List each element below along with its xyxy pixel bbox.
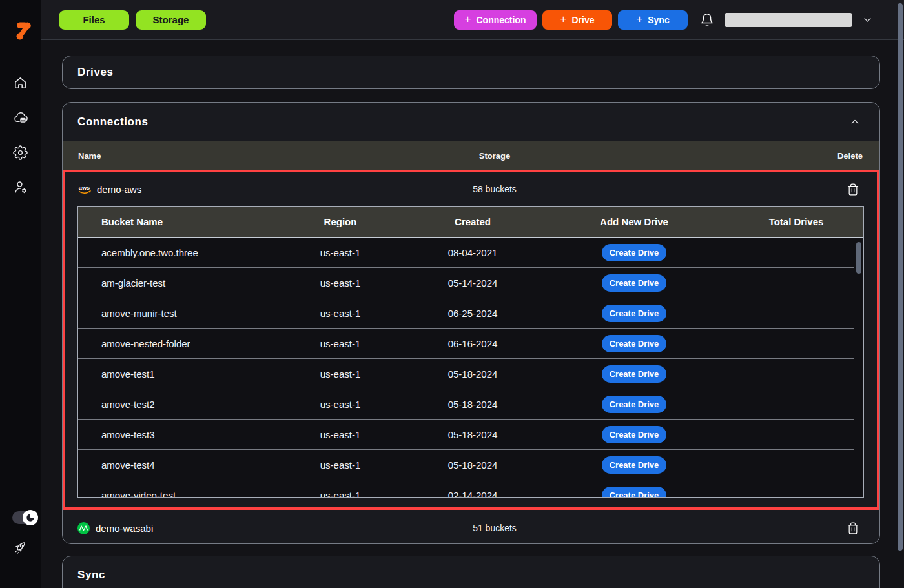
connections-panel: Connections Name Storage Delete aws [62,102,880,544]
bucket-created: 06-16-2024 [421,338,524,349]
bucket-created: 05-14-2024 [421,278,524,289]
bucket-row: amove-test2 us-east-1 05-18-2024 Create … [78,389,863,420]
create-drive-button[interactable]: Create Drive [602,244,666,261]
create-drive-button[interactable]: Create Drive [602,365,666,383]
buckets-table-header: Bucket Name Region Created Add New Drive… [78,207,863,238]
column-header-total-drives: Total Drives [744,216,864,227]
main-area: Files Storage +Connection +Drive +Sync D… [41,0,904,588]
bucket-name: am-glacier-test [78,278,260,289]
buckets-scrollbar-thumb[interactable] [856,242,861,274]
bucket-name: amove-test4 [78,460,260,471]
bucket-row: amove-test3 us-east-1 05-18-2024 Create … [78,420,863,450]
bucket-region: us-east-1 [260,399,421,410]
content: Drives Connections Name Storage Delete [41,40,904,588]
sidebar-nav [13,75,28,195]
topbar-right: +Connection +Drive +Sync [448,10,872,30]
bucket-row: am-glacier-test us-east-1 05-14-2024 Cre… [78,268,863,298]
connection-storage: 51 buckets [398,523,591,533]
plus-icon: + [465,13,471,26]
create-drive-button[interactable]: Create Drive [602,487,666,498]
files-button[interactable]: Files [59,10,129,30]
bucket-created: 05-18-2024 [421,369,524,380]
settings-gear-icon[interactable] [13,145,28,160]
aws-icon: aws [77,183,92,195]
bucket-name: amove-nested-folder [78,338,260,349]
cloud-storage-icon[interactable] [13,110,28,125]
drives-panel-title: Drives [77,66,114,79]
page-scrollbar-thumb[interactable] [898,3,903,551]
column-header-delete: Delete [591,151,879,161]
create-drive-button[interactable]: Create Drive [602,456,666,474]
create-drive-button[interactable]: Create Drive [602,335,666,352]
notification-bell-icon[interactable] [700,12,714,28]
storage-button[interactable]: Storage [136,10,206,30]
bucket-region: us-east-1 [260,338,421,349]
bucket-region: us-east-1 [260,278,421,289]
bucket-row: amove-nested-folder us-east-1 06-16-2024… [78,329,863,359]
bucket-created: 05-18-2024 [421,460,524,471]
user-name-placeholder[interactable] [725,13,852,27]
connections-panel-header[interactable]: Connections [63,103,879,141]
delete-trash-icon[interactable] [847,183,859,196]
topbar: Files Storage +Connection +Drive +Sync [41,0,904,40]
column-header-add-new-drive: Add New Drive [524,216,744,227]
dark-mode-toggle[interactable] [12,511,37,524]
create-drive-button[interactable]: Create Drive [602,426,666,443]
bucket-row: acembly.one.two.three us-east-1 08-04-20… [78,238,863,268]
column-header-bucket-name: Bucket Name [78,216,260,227]
bucket-row: amove-munir-test us-east-1 06-25-2024 Cr… [78,298,863,329]
delete-trash-icon[interactable] [847,522,859,535]
page-scrollbar[interactable] [898,0,903,588]
bucket-region: us-east-1 [260,490,421,498]
selected-connection-highlight: aws demo-aws 58 buckets [63,170,879,510]
add-drive-button[interactable]: +Drive [542,10,612,30]
bucket-created: 02-14-2024 [421,490,524,498]
bucket-created: 08-04-2021 [421,247,524,258]
chevron-up-icon[interactable] [850,117,860,127]
add-connection-button[interactable]: +Connection [454,10,537,30]
chevron-down-icon[interactable] [863,15,872,25]
sidebar [0,0,41,588]
bucket-name: amove-test2 [78,399,260,410]
bucket-created: 06-25-2024 [421,308,524,319]
wasabi-icon [77,522,90,535]
bucket-region: us-east-1 [260,429,421,440]
column-header-region: Region [260,216,421,227]
create-drive-button[interactable]: Create Drive [602,396,666,413]
bucket-created: 05-18-2024 [421,399,524,410]
connection-name: demo-aws [97,184,141,195]
user-settings-icon[interactable] [13,179,28,195]
sync-panel-title: Sync [77,569,879,582]
bucket-region: us-east-1 [260,247,421,258]
connection-storage: 58 buckets [398,184,591,194]
sidebar-bottom [4,511,37,555]
plus-icon: + [636,13,642,26]
bucket-region: us-east-1 [260,369,421,380]
create-drive-button[interactable]: Create Drive [602,274,666,292]
bucket-region: us-east-1 [260,308,421,319]
rocket-icon[interactable] [13,540,28,555]
bucket-region: us-east-1 [260,460,421,471]
connections-table-header: Name Storage Delete [63,141,879,170]
create-drive-button[interactable]: Create Drive [602,305,666,322]
drives-panel[interactable]: Drives [62,56,880,89]
bucket-row: amove-test1 us-east-1 05-18-2024 Create … [78,359,863,389]
bucket-row: amove-test4 us-east-1 05-18-2024 Create … [78,450,863,480]
home-icon[interactable] [13,75,28,90]
bucket-name: amove-test1 [78,369,260,380]
bucket-created: 05-18-2024 [421,429,524,440]
buckets-table: Bucket Name Region Created Add New Drive… [77,206,864,498]
add-sync-button[interactable]: +Sync [618,10,688,30]
connection-row-demo-aws[interactable]: aws demo-aws 58 buckets [65,172,877,206]
bucket-name: amove-video-test [78,490,260,498]
column-header-name: Name [63,151,398,161]
svg-text:aws: aws [79,185,90,191]
moon-icon [23,510,38,525]
plus-icon: + [560,13,567,26]
connection-row-demo-wasabi[interactable]: demo-wasabi 51 buckets [63,510,879,544]
connection-name: demo-wasabi [96,523,153,534]
bucket-name: amove-test3 [78,429,260,440]
sync-panel[interactable]: Sync [62,556,880,588]
amove-logo[interactable] [16,21,32,41]
bucket-row: amove-video-test us-east-1 02-14-2024 Cr… [78,480,863,498]
